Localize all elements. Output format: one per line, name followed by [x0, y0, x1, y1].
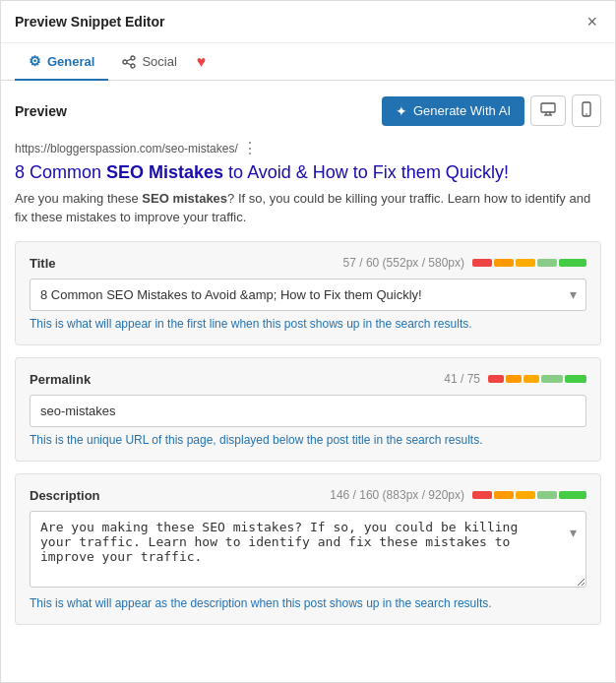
- search-description: Are you making these SEO mistakes? If so…: [15, 189, 601, 227]
- permalink-prog-4: [541, 375, 563, 383]
- dialog-title: Preview Snippet Editor: [15, 14, 164, 30]
- search-url-row: https://bloggerspassion.com/seo-mistakes…: [15, 139, 601, 157]
- desc-prog-3: [516, 491, 535, 499]
- svg-point-1: [123, 60, 127, 64]
- description-field-meta: 146 / 160 (883px / 920px): [330, 488, 586, 502]
- tab-general[interactable]: ⚙ General: [15, 43, 108, 81]
- tab-bar: ⚙ General Social ♥: [1, 43, 615, 81]
- description-progress-bar: [472, 491, 586, 499]
- generate-with-ai-button[interactable]: ✦ Generate With AI: [382, 96, 524, 126]
- permalink-progress-bar: [488, 375, 586, 383]
- tab-social-label: Social: [142, 54, 176, 69]
- description-char-count: 146 / 160 (883px / 920px): [330, 488, 464, 502]
- progress-seg-5: [559, 259, 586, 267]
- svg-line-3: [127, 59, 131, 61]
- desktop-icon: [540, 102, 556, 119]
- preview-actions: ✦ Generate With AI: [382, 94, 601, 127]
- favorites-heart-icon[interactable]: ♥: [197, 53, 207, 71]
- title-field-hint: This is what will appear in the first li…: [30, 317, 586, 331]
- progress-seg-3: [516, 259, 535, 267]
- svg-point-10: [585, 113, 587, 115]
- svg-point-2: [131, 64, 135, 68]
- title-progress-bar: [472, 259, 586, 267]
- description-field-label: Description: [30, 488, 100, 503]
- progress-seg-1: [472, 259, 492, 267]
- description-textarea-wrapper: ▾: [30, 511, 586, 590]
- permalink-field-hint: This is the unique URL of this page, dis…: [30, 433, 586, 447]
- tab-social[interactable]: Social: [108, 43, 190, 81]
- tab-general-label: General: [47, 54, 94, 69]
- mobile-icon: [582, 101, 591, 120]
- search-preview: https://bloggerspassion.com/seo-mistakes…: [15, 139, 601, 226]
- title-field-header: Title 57 / 60 (552px / 580px): [30, 256, 586, 271]
- permalink-input[interactable]: [30, 395, 586, 427]
- progress-seg-4: [537, 259, 557, 267]
- ai-sparkle-icon: ✦: [396, 103, 407, 119]
- social-icon: [122, 53, 136, 69]
- permalink-prog-3: [524, 375, 539, 383]
- search-title[interactable]: 8 Common SEO Mistakes to Avoid & How to …: [15, 161, 601, 184]
- description-field-section: Description 146 / 160 (883px / 920px) ▾ …: [15, 473, 601, 625]
- title-field-section: Title 57 / 60 (552px / 580px) ▾ This is …: [15, 241, 601, 345]
- permalink-field-header: Permalink 41 / 75: [30, 372, 586, 387]
- permalink-char-count: 41 / 75: [444, 372, 480, 386]
- description-textarea[interactable]: [30, 511, 586, 588]
- desktop-view-button[interactable]: [530, 95, 566, 126]
- description-field-hint: This is what will appear as the descript…: [30, 596, 586, 610]
- title-field-label: Title: [30, 256, 56, 271]
- permalink-field-label: Permalink: [30, 372, 91, 387]
- title-field-meta: 57 / 60 (552px / 580px): [343, 256, 586, 270]
- svg-rect-5: [541, 103, 555, 112]
- dialog-header: Preview Snippet Editor ×: [1, 1, 615, 43]
- permalink-field-section: Permalink 41 / 75 This is the unique URL…: [15, 357, 601, 462]
- svg-line-4: [127, 63, 131, 65]
- permalink-field-meta: 41 / 75: [444, 372, 586, 386]
- title-char-count: 57 / 60 (552px / 580px): [343, 256, 464, 270]
- title-input-wrapper: ▾: [30, 279, 586, 311]
- desc-prog-4: [537, 491, 557, 499]
- title-input[interactable]: [30, 279, 586, 311]
- preview-label: Preview: [15, 103, 67, 119]
- progress-seg-2: [494, 259, 514, 267]
- svg-point-0: [131, 56, 135, 60]
- desc-prog-2: [494, 491, 514, 499]
- desc-prog-1: [472, 491, 492, 499]
- search-url-text: https://bloggerspassion.com/seo-mistakes…: [15, 142, 238, 155]
- more-options-icon[interactable]: ⋮: [242, 139, 258, 157]
- permalink-prog-5: [565, 375, 586, 383]
- close-button[interactable]: ×: [583, 11, 601, 32]
- permalink-prog-2: [506, 375, 522, 383]
- content-area: Preview ✦ Generate With AI: [1, 81, 615, 624]
- preview-header: Preview ✦ Generate With AI: [15, 94, 601, 127]
- permalink-prog-1: [488, 375, 504, 383]
- mobile-view-button[interactable]: [572, 94, 601, 127]
- generate-btn-label: Generate With AI: [413, 103, 511, 118]
- description-field-header: Description 146 / 160 (883px / 920px): [30, 488, 586, 503]
- desc-prog-5: [559, 491, 586, 499]
- gear-icon: ⚙: [29, 53, 41, 69]
